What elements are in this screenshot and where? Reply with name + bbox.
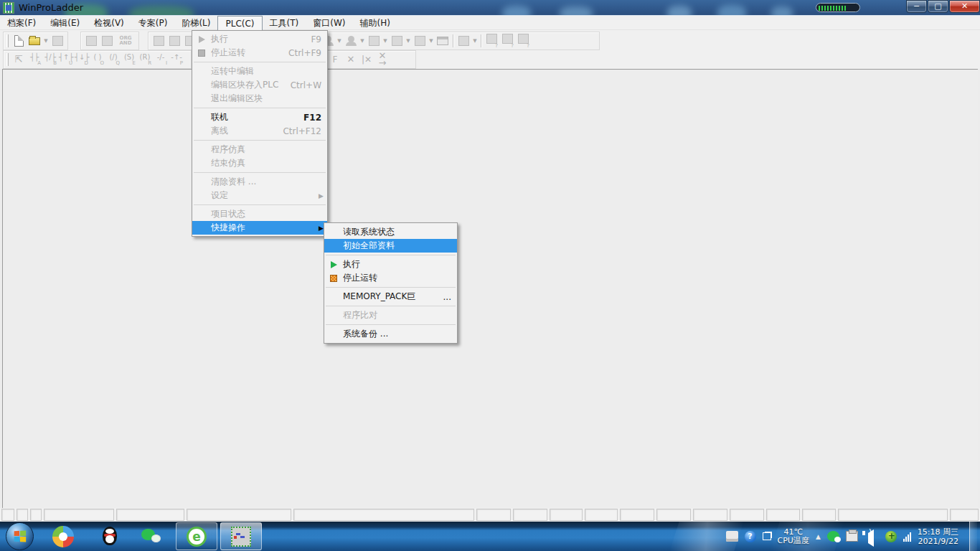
contact-d-button[interactable]: ┤↓├D bbox=[74, 52, 90, 67]
inverter-button[interactable]: -/-I bbox=[153, 52, 169, 67]
help-grid-icon bbox=[502, 34, 513, 44]
menu-item-clear-data[interactable]: 清除资料 ... bbox=[192, 175, 327, 189]
taskbar-clock[interactable]: 15:18 周三2021/9/22 bbox=[918, 527, 958, 546]
menu-view[interactable]: 检视(V) bbox=[87, 16, 131, 30]
menu-project[interactable]: 专案(P) bbox=[131, 16, 175, 30]
minimize-button[interactable]: ─ bbox=[906, 0, 927, 13]
taskbar-button-winproladder[interactable] bbox=[220, 522, 262, 550]
submenu-item-stop[interactable]: 停止运转 bbox=[324, 271, 457, 285]
calendar-button[interactable] bbox=[435, 33, 451, 49]
network-signal-icon[interactable] bbox=[903, 532, 911, 542]
menu-plc[interactable]: PLC(C) bbox=[217, 16, 262, 30]
close-button[interactable]: ✕ bbox=[949, 0, 980, 13]
ladder-view-button[interactable] bbox=[83, 33, 99, 49]
app-icon[interactable] bbox=[3, 2, 14, 14]
io-device-icon bbox=[154, 36, 164, 46]
submenu-item-run[interactable]: 执行 bbox=[324, 258, 457, 271]
delete-row-button[interactable]: ✕→ bbox=[374, 52, 390, 67]
menu-ladder[interactable]: 阶梯(L) bbox=[174, 16, 217, 30]
coil-reset-button[interactable]: (R)R bbox=[137, 52, 153, 67]
maximize-button[interactable]: ▢ bbox=[928, 0, 948, 13]
menu-edit[interactable]: 编辑(E) bbox=[43, 16, 87, 30]
menu-item-online-edit[interactable]: 运转中编辑 bbox=[192, 65, 327, 78]
status-panel bbox=[730, 509, 764, 521]
save-button[interactable] bbox=[50, 33, 65, 49]
menu-item-online[interactable]: 联机F12 bbox=[192, 110, 327, 124]
select-cursor-button[interactable]: ⇱ bbox=[11, 52, 27, 67]
start-button[interactable] bbox=[6, 522, 34, 550]
monitor-dropdown[interactable]: ▼ bbox=[359, 33, 366, 49]
menu-item-project-status[interactable]: 项目状态 bbox=[192, 207, 327, 221]
menu-bar: 档案(F) 编辑(E) 检视(V) 专案(P) 阶梯(L) PLC(C) 工具(… bbox=[0, 16, 980, 30]
help-list-button[interactable]: ? bbox=[484, 33, 499, 49]
menu-help[interactable]: 辅助(H) bbox=[352, 16, 397, 30]
taskbar-button-360-browser[interactable]: e bbox=[176, 522, 217, 550]
person-icon bbox=[348, 36, 354, 42]
grid-view-button[interactable] bbox=[99, 33, 115, 49]
menu-item-quick-operation[interactable]: 快捷操作 ▶ bbox=[192, 221, 327, 235]
open-file-button[interactable] bbox=[27, 33, 42, 49]
reference-button[interactable] bbox=[366, 33, 382, 49]
menu-item-simulation[interactable]: 程序仿真 bbox=[192, 143, 327, 156]
cpu-temperature[interactable]: 41℃CPU温度 bbox=[778, 528, 809, 545]
toolbar-grip[interactable] bbox=[6, 53, 9, 66]
list-dropdown[interactable]: ▼ bbox=[405, 33, 412, 49]
help-grid-button[interactable]: ? bbox=[499, 33, 515, 49]
help-contact-button[interactable]: ? bbox=[515, 33, 531, 49]
tray-expand-arrow[interactable]: ▲ bbox=[816, 533, 821, 540]
submenu-item-init-all-data[interactable]: 初始全部资料 bbox=[324, 239, 457, 253]
contact-b-button[interactable]: ┤/├B bbox=[42, 52, 58, 67]
menu-item-exit-edit-block[interactable]: 退出编辑区块 bbox=[192, 92, 327, 105]
menu-item-setting[interactable]: 设定 ▶ bbox=[192, 189, 327, 202]
io-device-button[interactable] bbox=[151, 33, 166, 49]
help-tray-icon[interactable]: ? bbox=[745, 531, 756, 542]
wechat-tray-icon[interactable] bbox=[827, 531, 839, 542]
menu-window[interactable]: 窗口(W) bbox=[306, 16, 352, 30]
qq-icon[interactable] bbox=[99, 526, 121, 547]
coil-set-button[interactable]: (S)E bbox=[121, 52, 137, 67]
coil-o-button[interactable]: ( )O bbox=[90, 52, 105, 67]
org-and-button[interactable]: ORGAND bbox=[115, 33, 136, 49]
memory-dropdown[interactable]: ▼ bbox=[428, 33, 435, 49]
reference-dropdown[interactable]: ▼ bbox=[382, 33, 389, 49]
chip-button[interactable] bbox=[166, 33, 182, 49]
submenu-item-system-backup[interactable]: 系统备份 ... bbox=[324, 327, 457, 341]
menu-item-save-block-to-plc[interactable]: 编辑区块存入PLCCtrl+W bbox=[192, 78, 327, 92]
status-monitor-dropdown[interactable]: ▼ bbox=[336, 33, 343, 49]
contact-a-button[interactable]: ┤├A bbox=[27, 52, 42, 67]
toolbar-grip[interactable] bbox=[6, 34, 9, 47]
menu-file[interactable]: 档案(F) bbox=[0, 16, 43, 30]
menu-item-stop[interactable]: 停止运转Ctrl+F9 bbox=[192, 46, 327, 60]
wechat-icon[interactable] bbox=[141, 526, 162, 547]
show-desktop-button[interactable] bbox=[969, 522, 977, 551]
restore-tray-icon[interactable] bbox=[763, 532, 771, 540]
volume-tray-icon[interactable] bbox=[864, 532, 879, 542]
monitor-button[interactable] bbox=[343, 33, 359, 49]
zoom-grid-button[interactable] bbox=[456, 33, 471, 49]
function-button[interactable]: F bbox=[327, 52, 343, 67]
status-panel bbox=[802, 509, 836, 521]
contact-u-button[interactable]: ┤↑├U bbox=[58, 52, 74, 67]
zoom-grid-dropdown[interactable]: ▼ bbox=[471, 33, 479, 49]
submenu-arrow-icon: ▶ bbox=[319, 225, 324, 232]
menu-tool[interactable]: 工具(T) bbox=[263, 16, 306, 30]
submenu-item-program-compare[interactable]: 程序比对 bbox=[324, 309, 457, 322]
new-file-button[interactable] bbox=[11, 33, 27, 49]
menu-item-run[interactable]: 执行F9 bbox=[192, 32, 327, 46]
submenu-item-memory-pack[interactable]: MEMORY_PACK巨 ... bbox=[324, 290, 457, 303]
coil-q-button[interactable]: (/)Q bbox=[105, 52, 121, 67]
menu-item-end-simulation[interactable]: 结束仿真 bbox=[192, 156, 327, 170]
browser-360-icon[interactable] bbox=[52, 526, 74, 547]
delete-column-button[interactable]: |✕ bbox=[359, 52, 374, 67]
open-dropdown-arrow[interactable]: ▼ bbox=[42, 33, 50, 49]
keyboard-tray-icon[interactable] bbox=[726, 531, 738, 542]
list-button[interactable] bbox=[389, 33, 405, 49]
delete-button[interactable]: ✕ bbox=[343, 52, 359, 67]
play-icon bbox=[331, 261, 337, 268]
pulse-button[interactable]: -↑-P bbox=[169, 52, 184, 67]
menu-item-offline[interactable]: 离线Ctrl+F12 bbox=[192, 124, 327, 138]
submenu-item-read-system-status[interactable]: 读取系统状态 bbox=[324, 225, 457, 239]
360-safety-tray-icon[interactable] bbox=[885, 531, 897, 542]
memory-button[interactable] bbox=[412, 33, 428, 49]
clipboard-tray-icon[interactable] bbox=[846, 531, 858, 542]
